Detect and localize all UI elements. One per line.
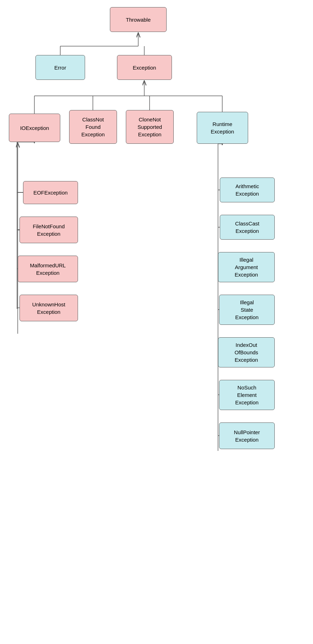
node-arithmetic: Arithmetic Exception bbox=[220, 178, 275, 202]
node-ioexception: IOException bbox=[9, 114, 60, 142]
node-runtime: Runtime Exception bbox=[197, 112, 248, 144]
node-illegalstate: Illegal State Exception bbox=[219, 295, 275, 325]
node-nullpointer: NullPointer Exception bbox=[219, 422, 275, 449]
class-hierarchy-diagram: Throwable Error Exception IOException Cl… bbox=[0, 0, 313, 644]
node-indexoutofbounds: IndexOut OfBounds Exception bbox=[218, 337, 275, 367]
node-malformedurl: MalformedURL Exception bbox=[18, 256, 78, 282]
node-unknownhost: UnknownHost Exception bbox=[19, 295, 78, 321]
node-exception: Exception bbox=[117, 55, 172, 80]
node-illegalargument: Illegal Argument Exception bbox=[218, 252, 275, 282]
node-filenotfound: FileNotFound Exception bbox=[19, 217, 78, 243]
node-nosuchelement: NoSuch Element Exception bbox=[219, 380, 275, 410]
node-classcast: ClassCast Exception bbox=[220, 215, 275, 240]
node-throwable: Throwable bbox=[110, 7, 167, 32]
node-eofexception: EOFException bbox=[23, 181, 78, 204]
node-classnotfound: ClassNot Found Exception bbox=[69, 110, 117, 144]
node-clonenotsupported: CloneNot Supported Exception bbox=[126, 110, 174, 144]
node-error: Error bbox=[35, 55, 85, 80]
